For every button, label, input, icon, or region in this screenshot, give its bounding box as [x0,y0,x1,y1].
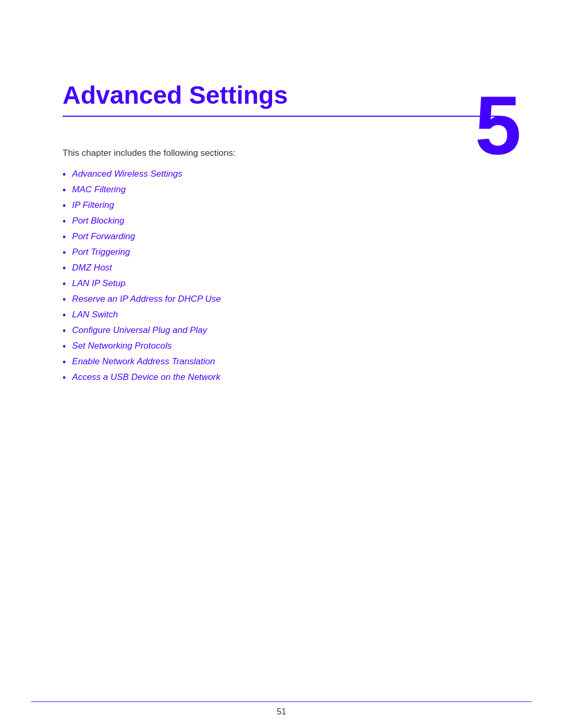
page-number: 51 [277,707,286,717]
intro-text: This chapter includes the following sect… [63,148,500,158]
bullet-icon: • [63,341,66,352]
bullet-icon: • [63,357,66,368]
toc-link-access-usb-device[interactable]: Access a USB Device on the Network [72,372,220,382]
chapter-number: 5 [475,83,521,167]
toc-link-advanced-wireless-settings[interactable]: Advanced Wireless Settings [72,169,182,179]
list-item: •Access a USB Device on the Network [63,372,500,384]
page-container: Advanced Settings This chapter includes … [0,0,563,728]
list-item: •IP Filtering [63,200,500,212]
bullet-icon: • [63,263,66,274]
bullet-icon: • [63,185,66,196]
bullet-icon: • [63,310,66,321]
list-item: •DMZ Host [63,263,500,274]
bullet-icon: • [63,232,66,243]
list-item: •Configure Universal Plug and Play [63,325,500,337]
toc-link-set-networking-protocols[interactable]: Set Networking Protocols [72,341,172,351]
list-item: •Port Triggering [63,247,500,258]
toc-link-mac-filtering[interactable]: MAC Filtering [72,184,126,195]
bullet-icon: • [63,216,66,227]
bullet-icon: • [63,169,66,180]
bullet-icon: • [63,326,66,337]
list-item: •Set Networking Protocols [63,341,500,352]
list-item: •MAC Filtering [63,184,500,196]
bullet-icon: • [63,294,66,305]
toc-link-enable-nat[interactable]: Enable Network Address Translation [72,356,215,367]
toc-link-reserve-ip-address[interactable]: Reserve an IP Address for DHCP Use [72,294,221,304]
list-item: •LAN Switch [63,310,500,321]
toc-link-lan-ip-setup[interactable]: LAN IP Setup [72,278,125,289]
list-item: •Reserve an IP Address for DHCP Use [63,294,500,305]
page-title: Advanced Settings [63,81,500,109]
list-item: •Advanced Wireless Settings [63,169,500,180]
toc-link-port-forwarding[interactable]: Port Forwarding [72,231,135,242]
list-item: •Port Blocking [63,216,500,227]
toc-link-configure-upnp[interactable]: Configure Universal Plug and Play [72,325,207,336]
toc-link-lan-switch[interactable]: LAN Switch [72,310,118,320]
bullet-icon: • [63,279,66,290]
main-content: Advanced Settings This chapter includes … [63,81,500,388]
bullet-icon: • [63,248,66,258]
toc-link-port-blocking[interactable]: Port Blocking [72,216,124,226]
toc-link-ip-filtering[interactable]: IP Filtering [72,200,114,211]
list-item: •LAN IP Setup [63,278,500,290]
toc-link-port-triggering[interactable]: Port Triggering [72,247,130,257]
list-item: •Port Forwarding [63,231,500,243]
toc-list: •Advanced Wireless Settings•MAC Filterin… [63,169,500,384]
toc-link-dmz-host[interactable]: DMZ Host [72,263,112,273]
bullet-icon: • [63,373,66,384]
title-divider [63,116,500,117]
bottom-rule [31,701,532,702]
bullet-icon: • [63,201,66,212]
list-item: •Enable Network Address Translation [63,356,500,368]
